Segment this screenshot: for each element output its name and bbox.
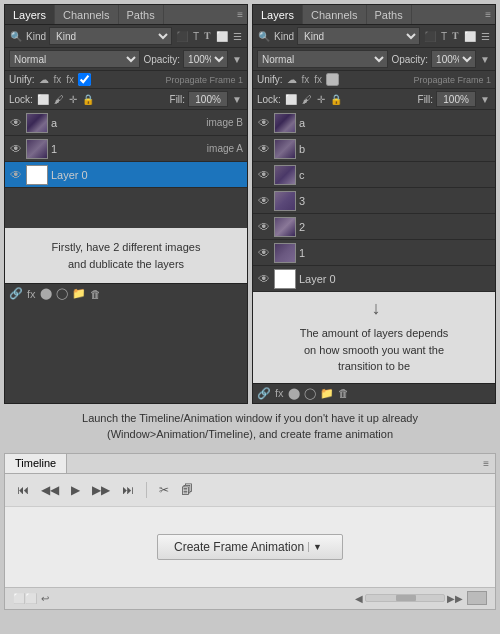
create-frame-dropdown-icon[interactable]: ▼ bbox=[308, 542, 326, 552]
left-opacity-arrow[interactable]: ▼ bbox=[231, 53, 243, 66]
left-blend-select[interactable]: Normal bbox=[9, 50, 140, 68]
right-bottom-link-icon[interactable]: 🔗 bbox=[257, 387, 271, 400]
right-bottom-folder-icon[interactable]: 📁 bbox=[320, 387, 334, 400]
tl-bottom-icon2[interactable]: ↩ bbox=[41, 593, 49, 604]
right-kind-label: Kind bbox=[274, 31, 294, 42]
left-lock-icon2[interactable]: 🖌 bbox=[53, 93, 65, 106]
right-unify-icon1[interactable]: ☁ bbox=[286, 73, 298, 86]
left-bottom-fx-icon[interactable]: fx bbox=[27, 288, 36, 300]
tl-step-forward-btn[interactable]: ▶▶ bbox=[88, 480, 114, 500]
right-bottom-adjust-icon[interactable]: ⬤ bbox=[288, 387, 300, 400]
left-kind-row: 🔍 Kind Kind ⬛ T 𝐓 ⬜ ☰ bbox=[5, 25, 247, 48]
right-eye-a[interactable]: 👁 bbox=[257, 116, 271, 130]
timeline-tab-label[interactable]: Timeline bbox=[5, 454, 67, 473]
right-layer-b[interactable]: 👁 b bbox=[253, 136, 495, 162]
tl-bottom-icon1[interactable]: ⬜⬜ bbox=[13, 593, 37, 604]
left-eye-1[interactable]: 👁 bbox=[9, 142, 23, 156]
tl-scroll-handle[interactable] bbox=[396, 595, 416, 601]
left-tab-paths[interactable]: Paths bbox=[119, 5, 164, 24]
left-panel-menu-icon[interactable]: ≡ bbox=[233, 9, 247, 20]
tl-play-btn[interactable]: ▶ bbox=[67, 480, 84, 500]
right-fill-input[interactable] bbox=[436, 91, 476, 107]
left-bottom-link-icon[interactable]: 🔗 bbox=[9, 287, 23, 300]
right-layer-name-b: b bbox=[299, 143, 491, 155]
tl-scrollbar[interactable]: ◀ ▶▶ bbox=[355, 591, 487, 605]
right-eye-3[interactable]: 👁 bbox=[257, 194, 271, 208]
left-bottom-adjust-icon[interactable]: ⬤ bbox=[40, 287, 52, 300]
right-layers-panel: Layers Channels Paths ≡ 🔍 Kind Kind ⬛ T … bbox=[252, 4, 496, 404]
left-tab-channels[interactable]: Channels bbox=[55, 5, 118, 24]
right-bottom-delete-icon[interactable]: 🗑 bbox=[338, 387, 349, 399]
right-layer-2[interactable]: 👁 2 bbox=[253, 214, 495, 240]
right-lock-icon3[interactable]: ✛ bbox=[316, 93, 326, 106]
tl-scroll-track[interactable] bbox=[365, 594, 445, 602]
tl-copy-btn[interactable]: 🗐 bbox=[177, 480, 197, 500]
left-unify-icon1[interactable]: ☁ bbox=[38, 73, 50, 86]
tl-scroll-right-icon[interactable]: ▶▶ bbox=[447, 593, 463, 604]
left-eye-a[interactable]: 👁 bbox=[9, 116, 23, 130]
right-fill-arrow[interactable]: ▼ bbox=[479, 93, 491, 106]
left-fill-arrow[interactable]: ▼ bbox=[231, 93, 243, 106]
right-layer-1[interactable]: 👁 1 bbox=[253, 240, 495, 266]
left-lock-icon3[interactable]: ✛ bbox=[68, 93, 78, 106]
tl-step-back-btn[interactable]: ◀◀ bbox=[37, 480, 63, 500]
left-layer-badge-1: image A bbox=[207, 143, 243, 154]
left-layer-0[interactable]: 👁 Layer 0 bbox=[5, 162, 247, 188]
left-propagate-label: Propagate Frame 1 bbox=[165, 75, 243, 85]
right-description: The amount of layers dependson how smoot… bbox=[296, 321, 453, 379]
right-kind-select[interactable]: Kind bbox=[297, 27, 420, 45]
right-unify-icon3[interactable]: fx bbox=[313, 73, 323, 86]
right-eye-1[interactable]: 👁 bbox=[257, 246, 271, 260]
right-unify-icon2[interactable]: fx bbox=[301, 73, 311, 86]
left-fill-input[interactable] bbox=[188, 91, 228, 107]
tl-scroll-left-icon[interactable]: ◀ bbox=[355, 593, 363, 604]
right-layer-0[interactable]: 👁 Layer 0 bbox=[253, 266, 495, 292]
left-thumb-a bbox=[26, 113, 48, 133]
tl-skip-start-btn[interactable]: ⏮ bbox=[13, 480, 33, 500]
left-layer-a[interactable]: 👁 a image B bbox=[5, 110, 247, 136]
right-layer-c[interactable]: 👁 c bbox=[253, 162, 495, 188]
tl-scroll-end[interactable] bbox=[467, 591, 487, 605]
middle-desc-text: Launch the Timeline/Animation window if … bbox=[82, 412, 418, 441]
right-eye-c[interactable]: 👁 bbox=[257, 168, 271, 182]
create-frame-label: Create Frame Animation bbox=[174, 540, 308, 554]
right-opacity-arrow[interactable]: ▼ bbox=[479, 53, 491, 66]
right-tab-channels[interactable]: Channels bbox=[303, 5, 366, 24]
left-bottom-delete-icon[interactable]: 🗑 bbox=[90, 288, 101, 300]
right-eye-0[interactable]: 👁 bbox=[257, 272, 271, 286]
right-eye-b[interactable]: 👁 bbox=[257, 142, 271, 156]
right-tab-layers[interactable]: Layers bbox=[253, 5, 303, 24]
left-layer-1[interactable]: 👁 1 image A bbox=[5, 136, 247, 162]
right-blend-select[interactable]: Normal bbox=[257, 50, 388, 68]
right-layer-3[interactable]: 👁 3 bbox=[253, 188, 495, 214]
right-lock-icon2[interactable]: 🖌 bbox=[301, 93, 313, 106]
right-bottom-fx-icon[interactable]: fx bbox=[275, 387, 284, 399]
right-panel-menu-icon[interactable]: ≡ bbox=[481, 9, 495, 20]
left-bottom-folder-icon[interactable]: 📁 bbox=[72, 287, 86, 300]
left-tab-layers[interactable]: Layers bbox=[5, 5, 55, 24]
right-lock-icon4[interactable]: 🔒 bbox=[329, 93, 343, 106]
timeline-menu-icon[interactable]: ≡ bbox=[477, 458, 495, 469]
left-bottom-mask-icon[interactable]: ◯ bbox=[56, 287, 68, 300]
left-icon1: ⬛ bbox=[175, 30, 189, 43]
left-propagate-check[interactable] bbox=[78, 73, 91, 86]
right-opacity-select[interactable]: 100% bbox=[431, 50, 476, 68]
left-lock-icon4[interactable]: 🔒 bbox=[81, 93, 95, 106]
left-kind-select[interactable]: Kind bbox=[49, 27, 172, 45]
right-layer-a[interactable]: 👁 a bbox=[253, 110, 495, 136]
create-frame-animation-button[interactable]: Create Frame Animation ▼ bbox=[157, 534, 343, 560]
left-eye-0[interactable]: 👁 bbox=[9, 168, 23, 182]
middle-description: Launch the Timeline/Animation window if … bbox=[0, 404, 500, 449]
left-lock-icon1[interactable]: ⬜ bbox=[36, 93, 50, 106]
right-tab-paths[interactable]: Paths bbox=[367, 5, 412, 24]
right-eye-2[interactable]: 👁 bbox=[257, 220, 271, 234]
left-opacity-select[interactable]: 100% bbox=[183, 50, 228, 68]
tl-cut-btn[interactable]: ✂ bbox=[155, 480, 173, 500]
right-propagate-check[interactable] bbox=[326, 73, 339, 86]
right-bottom-mask-icon[interactable]: ◯ bbox=[304, 387, 316, 400]
tl-skip-end-btn[interactable]: ⏭ bbox=[118, 480, 138, 500]
right-lock-icon1[interactable]: ⬜ bbox=[284, 93, 298, 106]
left-unify-icon3[interactable]: fx bbox=[65, 73, 75, 86]
left-unify-icon2[interactable]: fx bbox=[53, 73, 63, 86]
arrow-down-icon: ↓ bbox=[372, 298, 381, 319]
